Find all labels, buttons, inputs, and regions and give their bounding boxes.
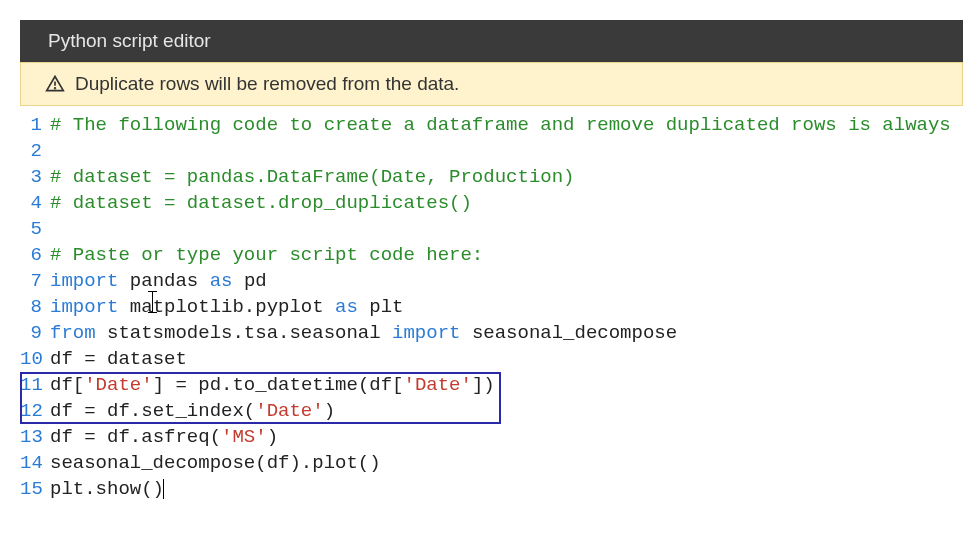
code-content[interactable]: df = df.set_index('Date') bbox=[50, 398, 963, 424]
line-number: 1 bbox=[20, 112, 50, 138]
code-content[interactable]: df = df.asfreq('MS') bbox=[50, 424, 963, 450]
line-number: 15 bbox=[20, 476, 50, 502]
code-content[interactable]: import matplotlib.pyplot as plt bbox=[50, 294, 963, 320]
line-number: 8 bbox=[20, 294, 50, 320]
line-number: 11 bbox=[20, 372, 50, 398]
code-line[interactable]: 10df = dataset bbox=[20, 346, 963, 372]
code-content[interactable]: # The following code to create a datafra… bbox=[50, 112, 963, 138]
line-number: 5 bbox=[20, 216, 50, 242]
code-content[interactable]: df['Date'] = pd.to_datetime(df['Date']) bbox=[50, 372, 963, 398]
line-number: 13 bbox=[20, 424, 50, 450]
code-content[interactable] bbox=[50, 138, 963, 164]
warning-triangle-icon bbox=[45, 74, 65, 94]
line-number: 7 bbox=[20, 268, 50, 294]
code-line[interactable]: 8import matplotlib.pyplot as plt bbox=[20, 294, 963, 320]
code-content[interactable]: plt.show() bbox=[50, 476, 963, 502]
code-content[interactable] bbox=[50, 216, 963, 242]
code-content[interactable]: # Paste or type your script code here: bbox=[50, 242, 963, 268]
code-line[interactable]: 7import pandas as pd bbox=[20, 268, 963, 294]
code-line[interactable]: 3# dataset = pandas.DataFrame(Date, Prod… bbox=[20, 164, 963, 190]
line-number: 14 bbox=[20, 450, 50, 476]
line-number: 9 bbox=[20, 320, 50, 346]
svg-point-1 bbox=[55, 88, 56, 89]
line-number: 10 bbox=[20, 346, 50, 372]
code-content[interactable]: # dataset = dataset.drop_duplicates() bbox=[50, 190, 963, 216]
code-editor[interactable]: 1# The following code to create a datafr… bbox=[20, 106, 963, 502]
code-line[interactable]: 13df = df.asfreq('MS') bbox=[20, 424, 963, 450]
code-line[interactable]: 11df['Date'] = pd.to_datetime(df['Date']… bbox=[20, 372, 963, 398]
code-line[interactable]: 1# The following code to create a datafr… bbox=[20, 112, 963, 138]
line-number: 12 bbox=[20, 398, 50, 424]
code-content[interactable]: from statsmodels.tsa.seasonal import sea… bbox=[50, 320, 963, 346]
line-number: 3 bbox=[20, 164, 50, 190]
code-line[interactable]: 9from statsmodels.tsa.seasonal import se… bbox=[20, 320, 963, 346]
code-line[interactable]: 4# dataset = dataset.drop_duplicates() bbox=[20, 190, 963, 216]
code-line[interactable]: 2 bbox=[20, 138, 963, 164]
warning-text: Duplicate rows will be removed from the … bbox=[75, 73, 459, 95]
code-line[interactable]: 12df = df.set_index('Date') bbox=[20, 398, 963, 424]
line-number: 2 bbox=[20, 138, 50, 164]
editor-title: Python script editor bbox=[48, 30, 211, 51]
warning-bar: Duplicate rows will be removed from the … bbox=[20, 62, 963, 106]
text-cursor bbox=[163, 479, 164, 499]
code-line[interactable]: 5 bbox=[20, 216, 963, 242]
line-number: 4 bbox=[20, 190, 50, 216]
code-content[interactable]: df = dataset bbox=[50, 346, 963, 372]
code-content[interactable]: import pandas as pd bbox=[50, 268, 963, 294]
line-number: 6 bbox=[20, 242, 50, 268]
code-content[interactable]: seasonal_decompose(df).plot() bbox=[50, 450, 963, 476]
editor-header: Python script editor bbox=[20, 20, 963, 62]
code-line[interactable]: 6# Paste or type your script code here: bbox=[20, 242, 963, 268]
code-line[interactable]: 14seasonal_decompose(df).plot() bbox=[20, 450, 963, 476]
code-line[interactable]: 15plt.show() bbox=[20, 476, 963, 502]
code-content[interactable]: # dataset = pandas.DataFrame(Date, Produ… bbox=[50, 164, 963, 190]
